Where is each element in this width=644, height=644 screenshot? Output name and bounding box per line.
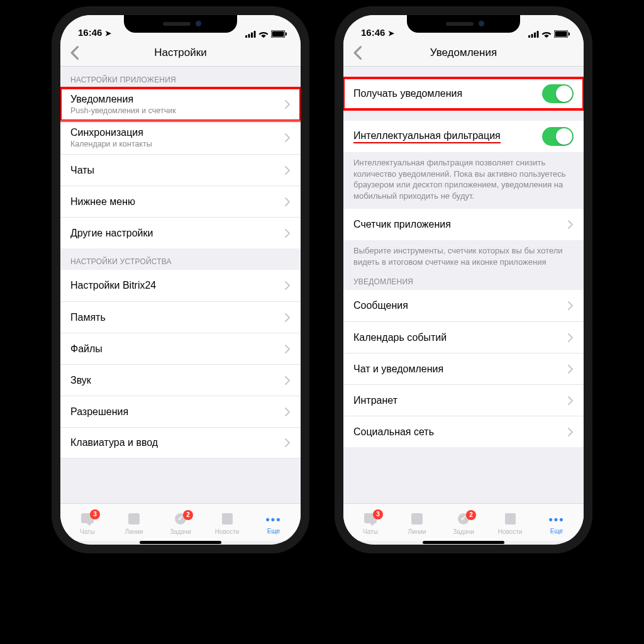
row-keyboard[interactable]: Клавиатура и ввод [60, 427, 301, 458]
chevron-right-icon [284, 280, 291, 291]
notch [124, 15, 237, 33]
svg-rect-0 [245, 35, 247, 38]
more-icon: ••• [548, 513, 565, 526]
chevron-right-icon [284, 344, 291, 354]
row-bitrix24[interactable]: Настройки Bitrix24 [60, 270, 301, 301]
svg-rect-9 [534, 32, 536, 38]
row-smart-filter[interactable]: Интеллектуальная фильтрация [343, 121, 584, 152]
status-indicators [245, 30, 287, 38]
tab-lines[interactable]: Линии [111, 513, 157, 535]
phone-right: 16:46 ➤ Уведомления Получать уведомления [335, 6, 592, 553]
chevron-right-icon [284, 375, 291, 386]
row-receive-notifications[interactable]: Получать уведомления [343, 78, 584, 109]
news-icon [502, 513, 518, 527]
svg-rect-2 [251, 32, 253, 38]
svg-rect-5 [272, 31, 284, 37]
phone-left: 16:46 ➤ Настройки НАСТРОЙКИ ПРИЛОЖЕНИЯ У… [52, 6, 309, 553]
svg-rect-10 [537, 31, 539, 38]
wifi-icon [258, 31, 269, 38]
row-messages[interactable]: Сообщения [343, 290, 584, 321]
row-permissions[interactable]: Разрешения [60, 396, 301, 427]
chevron-right-icon [567, 427, 574, 437]
svg-rect-6 [286, 33, 287, 36]
svg-rect-1 [248, 34, 250, 38]
toggle-smart-filter[interactable] [542, 127, 574, 146]
row-bottom-menu[interactable]: Нижнее меню [60, 186, 301, 217]
svg-rect-12 [555, 31, 567, 37]
section-header-device: НАСТРОЙКИ УСТРОЙСТВА [60, 248, 301, 270]
signal-icon [245, 31, 256, 38]
row-notifications[interactable]: Уведомления Push-уведомления и счетчик [60, 88, 301, 121]
battery-icon [554, 30, 570, 38]
row-calendar-events[interactable]: Календарь событий [343, 321, 584, 353]
row-sync[interactable]: Синхронизация Календари и контакты [60, 121, 301, 154]
smart-filter-description: Интеллектуальная фильтрация позволяет сн… [343, 152, 584, 209]
row-chat-notifications[interactable]: Чат и уведомления [343, 353, 584, 384]
chevron-right-icon [284, 133, 291, 143]
battery-icon [271, 30, 287, 38]
chevron-right-icon [284, 197, 291, 207]
row-memory[interactable]: Память [60, 301, 301, 333]
tab-bar: 3Чаты Линии 2Задачи Новости •••Еще [343, 503, 584, 541]
row-files[interactable]: Файлы [60, 333, 301, 364]
tab-chats[interactable]: 3Чаты [64, 512, 111, 535]
row-social-network[interactable]: Социальная сеть [343, 416, 584, 447]
home-indicator[interactable] [140, 541, 221, 544]
row-chats[interactable]: Чаты [60, 154, 301, 186]
toggle-receive[interactable] [542, 84, 574, 103]
page-title: Уведомления [430, 47, 497, 59]
navbar: Настройки [60, 39, 301, 67]
screen: 16:46 ➤ Настройки НАСТРОЙКИ ПРИЛОЖЕНИЯ У… [60, 15, 301, 545]
row-app-counter[interactable]: Счетчик приложения [343, 209, 584, 240]
notifications-list[interactable]: Получать уведомления Интеллектуальная фи… [343, 67, 584, 503]
status-time: 16:46 ➤ [361, 27, 394, 38]
tab-chats[interactable]: 3Чаты [347, 512, 394, 535]
wifi-icon [541, 31, 552, 38]
chevron-right-icon [567, 301, 574, 311]
section-header-app: НАСТРОЙКИ ПРИЛОЖЕНИЯ [60, 67, 301, 88]
status-time: 16:46 ➤ [78, 27, 111, 38]
back-button[interactable] [350, 44, 367, 62]
chevron-right-icon [284, 99, 291, 109]
back-button[interactable] [67, 44, 84, 62]
more-icon: ••• [265, 513, 282, 526]
chevron-right-icon [284, 165, 291, 175]
chevron-right-icon [567, 219, 574, 230]
row-sound[interactable]: Звук [60, 364, 301, 396]
chevron-right-icon [567, 333, 574, 343]
tab-news[interactable]: Новости [487, 513, 533, 535]
row-other-settings[interactable]: Другие настройки [60, 217, 301, 248]
chevron-right-icon [284, 313, 291, 323]
notch [407, 15, 520, 33]
tab-more[interactable]: •••Еще [250, 513, 297, 535]
lines-icon [409, 513, 425, 527]
tab-lines[interactable]: Линии [394, 513, 440, 535]
chevron-right-icon [284, 228, 291, 238]
screen: 16:46 ➤ Уведомления Получать уведомления [343, 15, 584, 545]
tab-more[interactable]: •••Еще [533, 513, 580, 535]
signal-icon [528, 31, 539, 38]
counter-description: Выберите инструменты, счетчик которых вы… [343, 240, 584, 275]
tab-tasks[interactable]: 2Задачи [440, 513, 487, 535]
chevron-right-icon [567, 364, 574, 374]
row-intranet[interactable]: Интранет [343, 384, 584, 416]
tab-bar: 3Чаты Линии 2Задачи Новости •••Еще [60, 503, 301, 541]
chevron-right-icon [284, 407, 291, 417]
home-indicator[interactable] [423, 541, 504, 544]
svg-rect-3 [254, 31, 256, 38]
tab-tasks[interactable]: 2Задачи [157, 513, 204, 535]
tab-news[interactable]: Новости [204, 513, 250, 535]
svg-rect-8 [531, 34, 533, 38]
chevron-right-icon [284, 438, 291, 448]
chevron-right-icon [567, 396, 574, 406]
page-title: Настройки [154, 47, 206, 59]
svg-rect-13 [569, 33, 570, 36]
section-header-notifications: УВЕДОМЛЕНИЯ [343, 275, 584, 290]
lines-icon [126, 513, 142, 527]
navbar: Уведомления [343, 39, 584, 67]
settings-list[interactable]: НАСТРОЙКИ ПРИЛОЖЕНИЯ Уведомления Push-ув… [60, 67, 301, 503]
status-indicators [528, 30, 570, 38]
news-icon [219, 513, 235, 527]
svg-rect-7 [528, 35, 530, 38]
